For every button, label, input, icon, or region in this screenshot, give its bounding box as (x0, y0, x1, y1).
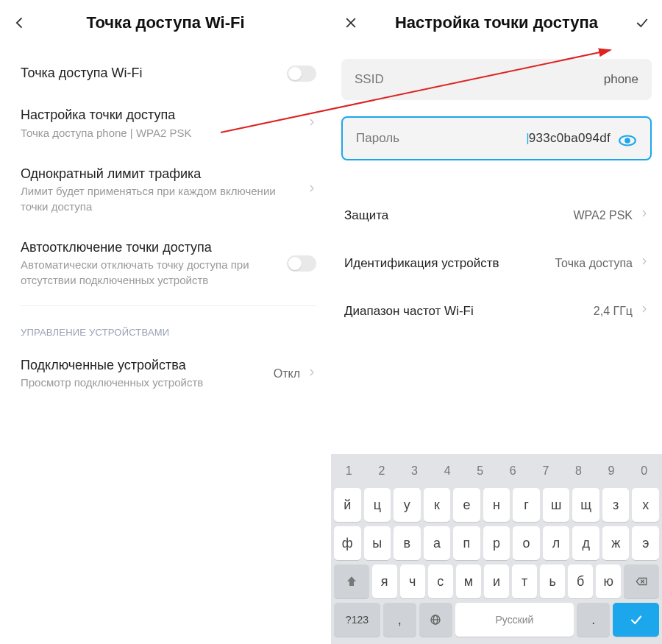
key-letter[interactable]: ы (364, 526, 391, 560)
key-3[interactable]: 3 (399, 459, 430, 484)
band-value: 2,4 ГГц (594, 305, 633, 318)
key-letter[interactable]: я (372, 565, 397, 598)
chevron-right-icon (307, 181, 316, 199)
hotspot-toggle[interactable] (287, 66, 316, 82)
key-letter[interactable]: ю (596, 565, 621, 598)
key-4[interactable]: 4 (433, 459, 463, 484)
key-6[interactable]: 6 (498, 459, 528, 484)
row-auto-off[interactable]: Автоотключение точки доступа Автоматичес… (21, 227, 316, 301)
key-letter[interactable]: н (483, 488, 510, 522)
kb-row-1: й ц у к е н г ш щ з х (334, 488, 659, 522)
key-letter[interactable]: м (456, 565, 481, 598)
row-hotspot-config[interactable]: Настройка точки доступа Точка доступа ph… (21, 95, 316, 154)
config-sub: Точка доступа phone | WPA2 PSK (21, 126, 302, 141)
connected-sub: Просмотр подключенных устройств (21, 375, 268, 390)
key-letter[interactable]: г (513, 488, 540, 522)
key-letter[interactable]: с (428, 565, 453, 598)
key-letter[interactable]: е (453, 488, 480, 522)
row-band[interactable]: Диапазон частот Wi-Fi 2,4 ГГц (331, 287, 662, 335)
key-5[interactable]: 5 (465, 459, 495, 484)
key-letter[interactable]: т (512, 565, 537, 598)
row-traffic-limit[interactable]: Однократный лимит трафика Лимит будет пр… (21, 154, 316, 227)
left-title: Точка доступа Wi-Fi (40, 13, 291, 32)
confirm-icon[interactable] (633, 13, 652, 32)
kb-row-2: ф ы в а п р о л д ж э (334, 526, 659, 560)
key-letter[interactable]: у (394, 488, 421, 522)
key-letter[interactable]: а (424, 526, 451, 560)
security-value: WPA2 PSK (573, 209, 633, 222)
key-letter[interactable]: ф (334, 526, 361, 560)
key-shift[interactable] (334, 565, 369, 598)
row-hotspot-toggle[interactable]: Точка доступа Wi-Fi (21, 53, 316, 95)
limit-label: Однократный лимит трафика (21, 166, 302, 183)
key-mode[interactable]: ?123 (334, 603, 380, 637)
row-ident[interactable]: Идентификация устройств Точка доступа (331, 239, 662, 287)
key-2[interactable]: 2 (367, 459, 397, 484)
divider (21, 305, 316, 306)
key-comma[interactable]: , (383, 603, 416, 637)
ssid-value: phone (604, 72, 638, 87)
config-label: Настройка точки доступа (21, 107, 302, 124)
key-letter[interactable]: ь (540, 565, 565, 598)
ssid-label: SSID (355, 72, 384, 87)
key-letter[interactable]: б (568, 565, 593, 598)
right-title: Настройка точки доступа (371, 13, 622, 32)
key-9[interactable]: 9 (597, 459, 627, 484)
key-7[interactable]: 7 (531, 459, 561, 484)
right-header: Настройка точки доступа (331, 0, 662, 53)
key-letter[interactable]: ч (400, 565, 425, 598)
chevron-right-icon (640, 254, 649, 272)
key-letter[interactable]: ц (364, 488, 391, 522)
key-enter[interactable] (613, 603, 659, 637)
security-label: Защита (344, 208, 573, 223)
key-letter[interactable]: в (394, 526, 421, 560)
key-space[interactable]: Русский (455, 603, 574, 637)
key-8[interactable]: 8 (563, 459, 594, 484)
autooff-label: Автоотключение точки доступа (21, 239, 281, 256)
key-letter[interactable]: л (543, 526, 570, 560)
band-label: Диапазон частот Wi-Fi (344, 304, 594, 319)
connected-value: Откл (274, 367, 300, 381)
key-period[interactable]: . (577, 603, 610, 637)
connected-label: Подключенные устройства (21, 357, 268, 374)
keyboard: 1 2 3 4 5 6 7 8 9 0 й ц у к е н г ш щ з … (331, 454, 662, 644)
back-icon[interactable] (10, 13, 29, 32)
password-field[interactable]: Пароль | 933c0ba094df (341, 116, 652, 160)
chevron-right-icon (640, 206, 649, 224)
key-letter[interactable]: э (632, 526, 659, 560)
row-security[interactable]: Защита WPA2 PSK (331, 191, 662, 239)
key-letter[interactable]: п (453, 526, 480, 560)
key-letter[interactable]: й (334, 488, 361, 522)
hotspot-label: Точка доступа Wi-Fi (21, 65, 281, 82)
key-letter[interactable]: д (572, 526, 599, 560)
key-letter[interactable]: о (513, 526, 540, 560)
section-devices: УПРАВЛЕНИЕ УСТРОЙСТВАМИ (21, 314, 316, 345)
password-label: Пароль (356, 131, 399, 146)
key-backspace[interactable] (624, 565, 659, 598)
key-letter[interactable]: к (424, 488, 451, 522)
key-letter[interactable]: ж (602, 526, 630, 560)
key-0[interactable]: 0 (629, 459, 659, 484)
limit-sub: Лимит будет применяться при каждом включ… (21, 184, 302, 214)
key-letter[interactable]: ш (543, 488, 570, 522)
autooff-toggle[interactable] (287, 255, 316, 272)
key-letter[interactable]: р (483, 526, 510, 560)
key-letter[interactable]: х (632, 488, 659, 522)
key-lang[interactable] (419, 603, 452, 637)
chevron-right-icon (640, 302, 649, 320)
key-letter[interactable]: з (602, 488, 630, 522)
key-letter[interactable]: и (484, 565, 509, 598)
kb-row-4: ?123 , Русский . (334, 603, 659, 637)
ident-value: Точка доступа (555, 257, 633, 270)
password-value: 933c0ba094df (529, 131, 611, 146)
close-icon[interactable] (341, 13, 360, 32)
left-header: Точка доступа Wi-Fi (0, 0, 331, 53)
ssid-field[interactable]: SSID phone (341, 59, 652, 100)
row-connected-devices[interactable]: Подключенные устройства Просмотр подключ… (21, 345, 316, 404)
eye-icon[interactable] (618, 131, 637, 146)
kb-row-nums: 1 2 3 4 5 6 7 8 9 0 (334, 459, 659, 484)
key-1[interactable]: 1 (334, 459, 364, 484)
chevron-right-icon (307, 115, 316, 132)
key-letter[interactable]: щ (572, 488, 599, 522)
svg-point-3 (625, 138, 630, 144)
